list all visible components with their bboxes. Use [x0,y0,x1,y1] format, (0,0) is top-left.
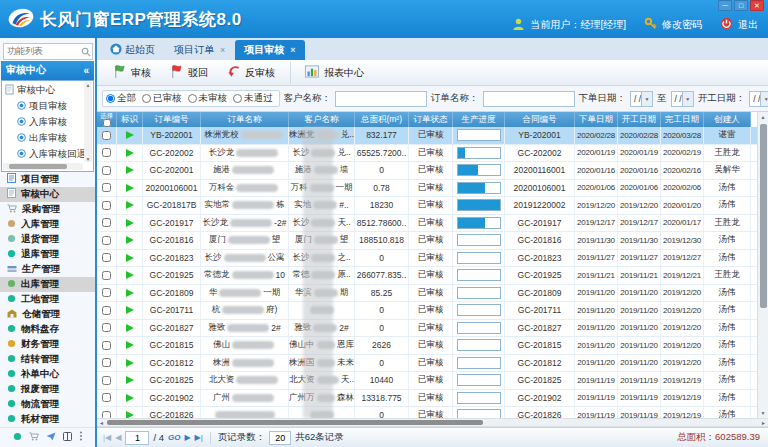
column-header-area[interactable]: 总面积(m²) [355,112,409,127]
scrollbar-thumb[interactable] [760,124,767,308]
sidebar-item-10[interactable]: 物料盘存 [0,322,95,337]
toolbar-button-0[interactable]: 审核 [103,62,160,84]
order-date-to-input[interactable]: / /▼ [671,91,694,107]
radio-input[interactable] [188,94,197,103]
table-row[interactable]: GC-202001施港施港墙0已审核202001160012020/01/162… [97,162,768,180]
table-row[interactable]: GC-201816厦门望厦门望188510.818已审核GC-201816201… [97,232,768,250]
function-search-input[interactable] [3,43,93,60]
row-checkbox[interactable] [102,358,111,367]
column-header-start_date[interactable]: 开工日期 [618,112,661,127]
tree-item-0[interactable]: 项目审核 [5,99,83,115]
table-row[interactable]: GC-201925常德龙10常德原..266077.835..已审核GC-201… [97,267,768,285]
sidebar-item-4[interactable]: 退货管理 [0,232,95,247]
send-icon[interactable] [46,432,56,443]
table-row[interactable]: GC-201711杭府)0已审核GC-2017112019/11/202019/… [97,302,768,320]
more-icon[interactable] [79,431,83,443]
table-row[interactable]: GC-201809华一期华滨期85.25已审核GC-2018092019/11/… [97,285,768,303]
column-header-flag[interactable]: 标识 [117,112,143,127]
status-radio-0[interactable]: 全部 [106,92,136,105]
sidebar-item-15[interactable]: 物流管理 [0,397,95,412]
radio-input[interactable] [233,94,242,103]
sidebar-item-12[interactable]: 结转管理 [0,352,95,367]
dot-icon[interactable] [13,432,22,443]
table-row[interactable]: GC-2018260已审核GC-2018262019/11/192019/11/… [97,407,768,418]
column-header-order_no[interactable]: 订单编号 [143,112,201,127]
status-radio-1[interactable]: 已审核 [142,92,182,105]
tree-item-2[interactable]: 出库审核 [5,131,83,147]
tab-1[interactable]: 项目订单× [165,40,234,60]
tab-2[interactable]: 项目审核× [235,40,304,60]
customer-name-input[interactable] [335,91,427,107]
page-number-input[interactable] [125,431,149,445]
radio-input[interactable] [142,94,151,103]
row-checkbox[interactable] [102,253,111,262]
column-header-sel[interactable]: 选择 [97,112,117,127]
prev-page-button[interactable]: ◀ [115,433,121,442]
column-header-finish_date[interactable]: 完工日期 [661,112,704,127]
order-date-from-input[interactable]: / /▼ [630,91,653,107]
tree-item-1[interactable]: 入库审核 [5,115,83,131]
next-page-button[interactable]: ▶ [184,433,190,442]
row-checkbox[interactable] [102,236,111,245]
row-checkbox[interactable] [102,271,111,280]
row-checkbox[interactable] [102,183,111,192]
tab-0[interactable]: 起始页 [101,40,164,60]
last-page-button[interactable]: ▶| [195,433,203,442]
table-row[interactable]: GC-201815佛山佛山中恩库2626已审核GC-2018152019/11/… [97,337,768,355]
table-row[interactable]: GC-201823长沙公寓长沙之..0已审核GC-2018232019/11/2… [97,250,768,268]
tree-item-3[interactable]: 入库审核回退 [5,147,83,163]
sidebar-item-11[interactable]: 财务管理 [0,337,95,352]
table-row[interactable]: GC-202002长沙龙长沙兑..65525.7200..已审核GC-20200… [97,145,768,163]
table-row[interactable]: GC-201827雅致2#雅致2#0已审核GC-2018272019/11/20… [97,320,768,338]
row-checkbox[interactable] [102,288,111,297]
column-header-contract[interactable]: 合同编号 [505,112,575,127]
maximize-button[interactable]: □ [734,0,748,11]
column-header-order_name[interactable]: 订单名称 [201,112,289,127]
sidebar-item-3[interactable]: 入库管理 [0,217,95,232]
chevron-down-icon[interactable]: ▼ [641,92,652,106]
close-button[interactable]: ✕ [750,0,764,11]
row-checkbox[interactable] [102,306,111,315]
row-checkbox[interactable] [102,341,111,350]
row-checkbox[interactable] [102,323,111,332]
radio-input[interactable] [106,94,115,103]
horizontal-scrollbar[interactable]: ◄ ► [97,418,768,427]
tree-root-item[interactable]: 审核中心 [5,83,83,99]
scroll-down-icon[interactable]: ▼ [758,408,768,418]
chevron-down-icon[interactable]: ▼ [682,92,693,106]
select-all-checkbox[interactable] [103,119,111,127]
toolbar-button-1[interactable]: 驳回 [160,62,217,84]
status-radio-2[interactable]: 未审核 [188,92,228,105]
column-header-status[interactable]: 订单状态 [409,112,453,127]
row-checkbox[interactable] [102,166,111,175]
scroll-left-icon[interactable]: ◄ [97,419,106,427]
toolbar-button-3[interactable]: 报表中心 [290,62,373,84]
row-checkbox[interactable] [102,131,111,140]
cart-icon[interactable] [29,432,39,443]
page-size-input[interactable] [269,431,291,445]
table-row[interactable]: GC-201917长沙龙-2#长沙天..8512.78600..已审核GC-20… [97,215,768,233]
row-checkbox[interactable] [102,376,111,385]
column-header-customer[interactable]: 客户名称 [289,112,355,127]
sidebar-item-0[interactable]: 项目管理 [0,172,95,187]
row-checkbox[interactable] [102,148,111,157]
sidebar-item-5[interactable]: 退库管理 [0,247,95,262]
hscrollbar-thumb[interactable] [107,420,483,425]
status-radio-3[interactable]: 未通过 [233,92,273,105]
sidebar-item-9[interactable]: 仓储管理 [0,307,95,322]
tab-close-icon[interactable]: × [290,45,295,55]
first-page-button[interactable]: |◀ [103,433,111,442]
go-button[interactable]: GO [168,433,180,442]
sidebar-item-14[interactable]: 报废管理 [0,382,95,397]
scroll-right-icon[interactable]: ► [759,419,768,427]
row-checkbox[interactable] [102,201,111,210]
table-row[interactable]: 20200106001万科金万科一期0.78已审核202001060012020… [97,180,768,198]
row-checkbox[interactable] [102,411,111,418]
vertical-scrollbar[interactable]: ▲ ▼ [757,112,768,418]
scroll-up-icon[interactable]: ▲ [758,112,768,122]
row-checkbox[interactable] [102,218,111,227]
tree-horizontal-scrollbar[interactable] [3,163,83,170]
column-header-creator[interactable]: 创建人 [704,112,751,127]
book-icon[interactable] [63,432,72,443]
chevron-down-icon[interactable]: ▼ [760,92,768,106]
